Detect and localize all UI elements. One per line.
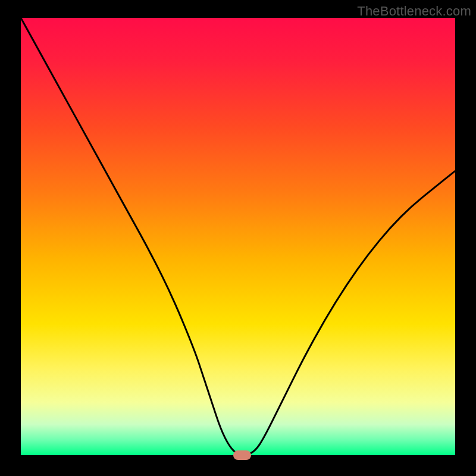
gradient-background	[21, 18, 455, 455]
watermark-text: TheBottleneck.com	[357, 4, 471, 19]
plot-area	[21, 18, 455, 455]
optimal-marker	[233, 450, 251, 460]
chart-frame: TheBottleneck.com	[0, 0, 476, 476]
chart-svg	[21, 18, 455, 455]
